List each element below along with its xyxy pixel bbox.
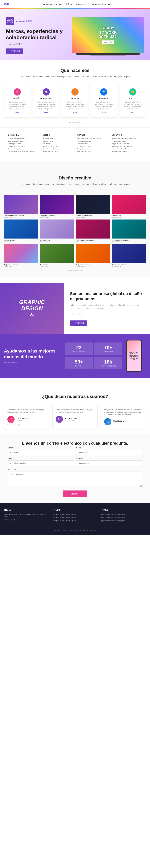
menu-col-desarrollo-title: Desarrollo xyxy=(112,133,142,136)
nav-item-3[interactable]: Tutoriales interactivos xyxy=(90,3,112,5)
creative-item[interactable]: Tarjetas de presentación Diseño gráfico xyxy=(76,219,110,243)
creative-item[interactable]: Aplicaciones Diseño digital xyxy=(40,219,74,243)
creative-item[interactable]: Diseño de sitios web Diseño gráfico xyxy=(76,195,110,218)
creative-image-note: Imágenes de Freepik xyxy=(4,269,146,271)
hero-cta-button[interactable]: LEER MÁS xyxy=(6,49,24,54)
creative-item[interactable]: Cajas de luz Diseño gráfico xyxy=(112,195,146,218)
card-pericia-title: PERICIA xyxy=(65,97,85,100)
menu-item-estrategia-1[interactable]: Análisis e investigación xyxy=(8,137,39,140)
menu-item-diseno-2[interactable]: Guía de marca xyxy=(43,140,73,142)
menu-col-estrategia-title: Estrategia xyxy=(8,133,39,136)
creative-sublabel: Diseño gráfico xyxy=(4,217,38,218)
menu-item-estrategia-4[interactable]: Estrategia de contenido xyxy=(8,146,39,147)
card-premios-title: PREMIOS xyxy=(93,97,114,100)
card-marketing-text: Duis aute irure dolor in reprehenderit i… xyxy=(36,101,56,110)
footer-col-text: Ejemplos de texto de las páginas. xyxy=(101,516,146,519)
name-field[interactable] xyxy=(76,450,142,455)
menu-item-desarrollo-3[interactable]: Integraciones de terceros xyxy=(112,143,142,145)
nav-item-2[interactable]: Tutoriales interactivos xyxy=(66,3,87,5)
menu-item-diseno-1[interactable]: Dirección creativa xyxy=(43,137,73,140)
phone-field[interactable] xyxy=(8,460,74,466)
creative-item[interactable]: Una identidad corporativa Diseño gráfico xyxy=(4,195,38,218)
creative-label: Diseño de sitios web xyxy=(76,215,110,217)
menu-item-diseno-6[interactable]: Diseño en movimiento xyxy=(43,151,73,152)
creative-item[interactable]: Tarjetas de presentación Diseño gráfico xyxy=(112,219,146,243)
author-role: Contador jefe xyxy=(65,420,77,422)
card-design: ✏ DISEÑO Duis aute irure dolor in repreh… xyxy=(4,84,30,118)
hero-section: ART & DESIGN STUDIO imagen de DISEO Marc… xyxy=(0,9,150,60)
address-field[interactable] xyxy=(76,460,142,466)
creative-img xyxy=(112,195,146,214)
stat-number: 23 xyxy=(67,345,90,350)
creative-img xyxy=(4,219,38,239)
form-group-phone: Phone xyxy=(8,458,74,466)
card-design-more[interactable]: MÁS xyxy=(7,112,27,113)
menu-item-estrategia-2[interactable]: Tutoriales interactivos xyxy=(8,140,39,142)
footer-col-text: Ejemplos de texto de las páginas. xyxy=(52,520,97,522)
menu-item-diseno-4[interactable]: Diseño web y de UI/UX xyxy=(43,146,73,147)
creative-grid: Una identidad corporativa Diseño gráfico… xyxy=(4,195,146,267)
card-apoyo-more[interactable]: MÁS xyxy=(123,112,143,113)
hero-badge: ART & DESIGN STUDIO imagen de DISEO xyxy=(6,17,70,25)
cards-row: ✏ DISEÑO Duis aute irure dolor in repreh… xyxy=(0,84,150,122)
menu-item-herrada-1[interactable]: Identidad visual e identidad verbal xyxy=(77,137,108,140)
menu-item-estrategia-3[interactable]: Estrategia de marca xyxy=(8,143,39,145)
menu-item-estrategia-5[interactable]: Estrategia digital xyxy=(8,148,39,150)
card-pericia: 🔬 PERICIA Duis aute irure dolor in repre… xyxy=(62,84,88,118)
creative-img xyxy=(112,244,146,263)
footer-column: TítuloEjemplos de texto de las páginas.E… xyxy=(52,509,97,523)
message-field[interactable] xyxy=(8,471,142,487)
menu-item-herrada-4[interactable]: Nombres de marca xyxy=(77,146,108,147)
contact-submit-button[interactable]: ENVIAR xyxy=(63,491,87,497)
menu-item-diseno-3[interactable]: Prototipos xyxy=(43,143,73,145)
menu-item-desarrollo-2[interactable]: Desarrollo full-stack xyxy=(112,140,142,142)
menu-item-desarrollo-4[interactable]: Optimización del rendimiento xyxy=(112,146,142,147)
badge-inner: ART & DESIGN STUDIO xyxy=(7,19,13,24)
creative-label: Tarjetas de marcas xyxy=(76,264,110,266)
footer-column: TítuloLorem ipsum dolor sit amet lorem D… xyxy=(4,509,49,523)
stats-title: Ayudamos a las mejores marcas del mundo xyxy=(4,348,61,360)
menu-item-herrada-6[interactable]: Películas de marca xyxy=(77,151,108,152)
menu-item-desarrollo-6[interactable]: Desarrollo de Shopify xyxy=(112,151,142,152)
menu-item-desarrollo-1[interactable]: Diseño de arquitectura de sistemas xyxy=(112,137,142,140)
card-premios-more[interactable]: MÁS xyxy=(93,112,114,113)
creative-item[interactable]: Animación Diseño digital xyxy=(40,244,74,267)
card-marketing-more[interactable]: MÁS xyxy=(36,112,56,113)
creative-item[interactable]: Tarjetas de póster Diseño gráfico xyxy=(4,244,38,267)
testimonials-row: Sample text: Click to select the text bo… xyxy=(4,405,146,429)
testimonial-author: B Bob Roberts Gerente de ventas xyxy=(104,418,143,425)
creative-label: Diseño de flyer xyxy=(4,239,38,241)
email-label: Email xyxy=(8,447,74,449)
nav-item-1[interactable]: Tutoriales interactivos xyxy=(41,3,63,5)
hamburger-icon[interactable]: ☰ xyxy=(143,2,146,6)
author-role: Secretario xyxy=(16,420,29,422)
menu-item-estrategia-6[interactable]: Optimización de la tasa de conversión xyxy=(8,151,39,152)
menu-item-herrada-5[interactable]: Campañas de marca xyxy=(77,148,108,150)
menu-item-herrada-2[interactable]: Identidad de marca xyxy=(77,140,108,142)
footer: TítuloLorem ipsum dolor sit amet lorem D… xyxy=(0,503,150,535)
creative-item[interactable]: Campaña de marca Diseño gráfico xyxy=(40,195,74,218)
creative-item[interactable]: Diseño de flyer Diseño gráfico xyxy=(4,219,38,243)
stat-box: 50+ EQUIPOS xyxy=(65,357,93,369)
creative-sublabel: Diseño gráfico xyxy=(76,241,110,243)
apoyo-icon: 🤝 xyxy=(129,88,137,96)
message-label: Message xyxy=(8,468,142,470)
creative-label: Campaña de marca xyxy=(40,215,74,217)
nav-menu: Tutoriales interactivos Tutoriales inter… xyxy=(41,3,112,5)
card-pericia-more[interactable]: MÁS xyxy=(65,112,85,113)
creative-label: Aplicaciones xyxy=(40,239,74,241)
creative-img xyxy=(40,195,74,214)
testimonial-card: Sample text: Click to select the text bo… xyxy=(4,405,49,429)
creative-item[interactable]: Tarjetas de marcas Diseño gráfico xyxy=(76,244,110,267)
creative-label: Animación xyxy=(40,264,74,266)
phone-label: Phone xyxy=(8,458,74,460)
card-premios: 🏆 PREMIOS Duis aute irure dolor in repre… xyxy=(90,84,117,118)
menu-item-herrada-3[interactable]: Identidad tonal xyxy=(77,143,108,145)
global-company-btn[interactable]: LEER MÁS xyxy=(70,320,87,326)
email-field[interactable] xyxy=(8,450,74,455)
menu-item-diseno-5[interactable]: Creación de activos visuales xyxy=(43,148,73,150)
hero-description: imagen de DISEO xyxy=(6,43,70,45)
laptop-screen-button[interactable]: LEER MÁS xyxy=(102,40,114,44)
creative-item[interactable]: Plantilla de música Diseño gráfico xyxy=(112,244,146,267)
menu-item-desarrollo-5[interactable]: Desarrollo de WordPress xyxy=(112,148,142,150)
